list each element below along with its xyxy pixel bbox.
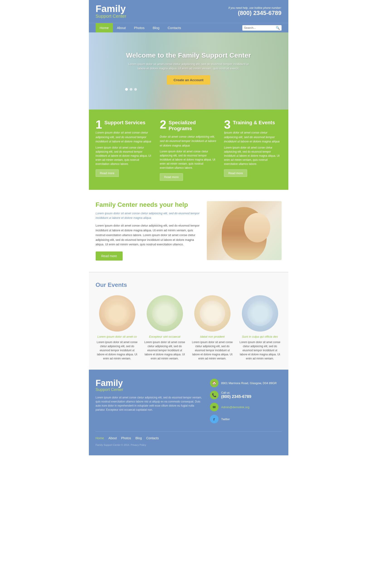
nav-blog[interactable]: Blog (149, 23, 164, 32)
footer-copyright: Family Support Center © 2014. Privacy Po… (96, 444, 282, 446)
footer-call-label: Call us: (221, 391, 251, 394)
footer-logo: Family Support Center (96, 379, 203, 392)
search-icon: 🔍 (276, 26, 280, 30)
event-4-body: Lorem ipsum dolor sit amet conse ctetur … (238, 340, 282, 360)
service-2-body: Lorem ipsum dolor sit amet conse ctetur … (160, 149, 217, 170)
hero-section: Welcome to the Family Support Center Lor… (89, 32, 288, 109)
service-1-number: 1 (96, 119, 102, 130)
event-circle-4 (242, 295, 278, 332)
hotline-number: (800) 2345-6789 (228, 10, 281, 17)
nav-home[interactable]: Home (96, 23, 113, 32)
help-content: Family Center needs your help Lorem ipsu… (96, 201, 200, 261)
footer-nav-home[interactable]: Home (96, 436, 104, 440)
service-3-number: 3 (224, 119, 231, 130)
service-3-readmore[interactable]: Read more (224, 169, 247, 177)
help-subtitle: Lorem ipsum dolor sit amet conse ctetur … (96, 211, 200, 220)
service-1-highlight: Lorem ipsum dolor sit amet conse ctetur … (96, 130, 153, 144)
footer-call-number: (800) 2345-6789 (221, 394, 251, 399)
hero-content: Welcome to the Family Support Center Lor… (121, 47, 257, 95)
footer-nav-contacts[interactable]: Contacts (146, 436, 159, 440)
event-circle-1 (99, 295, 135, 332)
service-1-title: Support Services (104, 119, 153, 126)
service-3: 3 Training & Events Ipsum dolor sit amet… (224, 119, 281, 181)
help-body: Lorem ipsum dolor sit amet conse ctetur … (96, 223, 200, 247)
service-2-number: 2 (160, 119, 166, 130)
hero-dot-2[interactable] (130, 88, 132, 91)
event-2-title: Excepteur sint occaecat (143, 335, 186, 338)
footer-logo-family: Family (96, 379, 203, 387)
twitter-icon: 𝕣 (210, 415, 219, 423)
event-circle-3 (194, 295, 231, 332)
events-grid: Lorem ipsum dolor sit amet co Lorem ipsu… (96, 295, 282, 360)
help-image-placeholder (207, 201, 281, 260)
footer-twitter-text: Twitter (221, 418, 230, 421)
hero-dots (125, 88, 252, 91)
logo-family: Family (96, 4, 127, 14)
event-1-title: Lorem ipsum dolor sit amet co (96, 335, 139, 338)
footer-right: 🏠 8901 Marmora Road, Glasgow, D04 89GR 📞… (210, 379, 282, 427)
hero-title: Welcome to the Family Support Center (125, 51, 252, 59)
service-1-body: Lorem ipsum dolor sit amet conse ctetur … (96, 145, 153, 166)
service-1: 1 Support Services Lorem ipsum dolor sit… (96, 119, 153, 181)
event-item-2: Excepteur sint occaecat Lorem ipsum dolo… (143, 295, 186, 360)
phone-icon: 📞 (210, 391, 219, 399)
footer-nav-blog[interactable]: Blog (135, 436, 142, 440)
event-circle-2 (147, 295, 183, 332)
help-readmore-button[interactable]: Read more (96, 252, 123, 261)
event-3-title: Idatat non proident (191, 335, 234, 338)
nav-photos[interactable]: Photos (130, 23, 149, 32)
service-2: 2 Specialized Programs Dolor sit amet co… (160, 119, 217, 181)
footer-nav-photos[interactable]: Photos (121, 436, 131, 440)
nav-links: Home About Photos Blog Contacts (96, 23, 185, 32)
search-input[interactable] (244, 26, 276, 29)
event-item-3: Idatat non proident Lorem ipsum dolor si… (191, 295, 234, 360)
event-4-title: Sunt in culpa qui officia des (238, 335, 282, 338)
service-3-title: Training & Events (233, 119, 281, 126)
hotline-label: If you need help, use hotline phone numb… (228, 6, 281, 10)
footer-left: Family Support Center Lorem ipsum dolor … (96, 379, 203, 427)
footer-description: Lorem ipsum dolor sit amet conse ctetur … (96, 396, 203, 412)
footer-nav: Home About Photos Blog Contacts (96, 431, 282, 440)
event-1-body: Lorem ipsum dolor sit amet conse ctetur … (96, 340, 139, 360)
nav-about[interactable]: About (113, 23, 130, 32)
footer-email-link[interactable]: Admin@demolink.org (221, 406, 249, 409)
event-item-4: Sunt in culpa qui officia des Lorem ipsu… (238, 295, 282, 360)
service-2-title: Specialized Programs (169, 119, 217, 132)
events-title: Our Events (96, 281, 282, 288)
service-2-highlight: Dolor sit amet conse ctetur adipisicing … (160, 134, 217, 148)
footer-nav-about[interactable]: About (108, 436, 117, 440)
hero-description: Lorem ipsum dolor sit amet conse ctetur … (125, 62, 252, 71)
logo: Family Support Center (96, 4, 127, 19)
footer-email-item: ✉ Admin@demolink.org (210, 403, 282, 411)
event-item-1: Lorem ipsum dolor sit amet co Lorem ipsu… (96, 295, 139, 360)
main-nav: Home About Photos Blog Contacts 🔍 (89, 23, 288, 32)
hotline-info: If you need help, use hotline phone numb… (228, 6, 281, 17)
footer-top: Family Support Center Lorem ipsum dolor … (96, 379, 282, 427)
nav-contacts[interactable]: Contacts (164, 23, 185, 32)
events-section: Our Events Lorem ipsum dolor sit amet co… (89, 272, 288, 370)
service-3-highlight: Ipsum dolor sit amet conse ctetur adipis… (224, 130, 281, 144)
footer-phone-item: 📞 Call us: (800) 2345-6789 (210, 391, 282, 399)
help-title: Family Center needs your help (96, 201, 200, 208)
help-image (207, 201, 281, 260)
service-3-body: Lorem ipsum dolor sit amet conse ctetur … (224, 145, 281, 166)
site-header: Family Support Center If you need help, … (89, 0, 288, 23)
logo-support: Support Center (96, 14, 127, 19)
event-2-body: Lorem ipsum dolor sit amet conse ctetur … (143, 340, 186, 360)
event-3-body: Lorem ipsum dolor sit amet conse ctetur … (191, 340, 234, 360)
footer-address-item: 🏠 8901 Marmora Road, Glasgow, D04 89GR (210, 379, 282, 387)
footer-address-text: 8901 Marmora Road, Glasgow, D04 89GR (221, 381, 277, 385)
footer-logo-support: Support Center (96, 387, 203, 392)
footer-email-text: Admin@demolink.org (221, 406, 249, 409)
help-section: Family Center needs your help Lorem ipsu… (89, 190, 288, 272)
service-1-readmore[interactable]: Read more (96, 169, 119, 177)
service-2-readmore[interactable]: Read more (160, 173, 183, 181)
home-icon: 🏠 (210, 379, 219, 387)
footer-twitter-item: 𝕣 Twitter (210, 415, 282, 423)
create-account-button[interactable]: Create an Account (167, 75, 210, 84)
hero-dot-3[interactable] (134, 88, 137, 91)
footer-phone-text: Call us: (800) 2345-6789 (221, 391, 251, 399)
hero-dot-1[interactable] (125, 88, 128, 91)
search-box: 🔍 (242, 25, 282, 31)
email-icon: ✉ (210, 403, 219, 411)
